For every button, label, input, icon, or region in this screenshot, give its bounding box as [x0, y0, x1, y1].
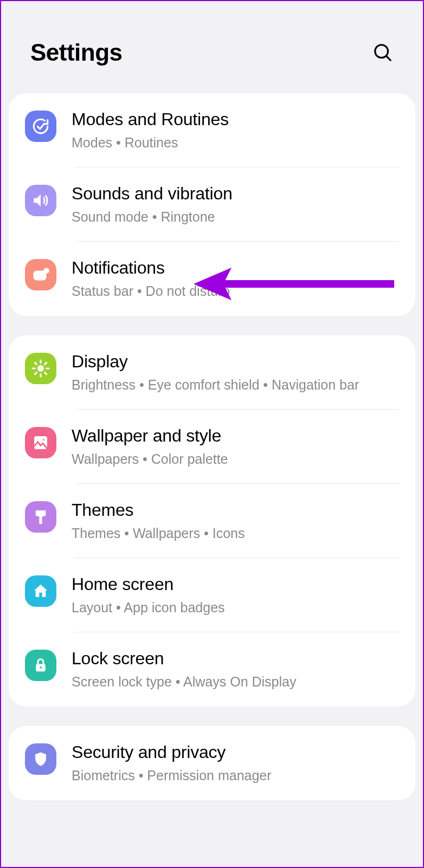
svg-line-12 [45, 362, 47, 364]
row-text: Lock screen Screen lock type • Always On… [72, 647, 399, 691]
row-title: Themes [72, 499, 399, 521]
row-text: Home screen Layout • App icon badges [72, 573, 399, 617]
row-subtitle: Themes • Wallpapers • Icons [72, 524, 399, 543]
modes-icon [25, 111, 56, 142]
settings-item-display[interactable]: Display Brightness • Eye comfort shield … [9, 335, 415, 410]
row-subtitle: Sound mode • Ringtone [72, 208, 399, 226]
sounds-icon [25, 185, 56, 216]
wallpaper-icon [25, 427, 56, 458]
security-icon [25, 743, 56, 775]
svg-line-11 [35, 373, 36, 374]
row-subtitle: Brightness • Eye comfort shield • Naviga… [72, 375, 399, 394]
row-title: Display [72, 351, 399, 372]
row-title: Home screen [72, 573, 399, 595]
svg-point-14 [42, 438, 45, 441]
row-text: Security and privacy Biometrics • Permis… [72, 741, 399, 785]
search-icon [372, 42, 393, 63]
themes-icon [25, 501, 56, 533]
settings-group-1: Modes and Routines Modes • Routines Soun… [9, 93, 415, 316]
svg-line-1 [386, 56, 390, 60]
display-icon [25, 353, 56, 384]
row-subtitle: Biometrics • Permission manager [72, 766, 399, 785]
lock-icon [25, 650, 56, 681]
row-title: Lock screen [72, 647, 399, 669]
svg-point-17 [40, 666, 42, 669]
settings-item-notifications[interactable]: Notifications Status bar • Do not distur… [9, 242, 415, 316]
svg-rect-15 [39, 517, 42, 524]
row-title: Sounds and vibration [72, 183, 399, 204]
svg-line-9 [35, 362, 36, 364]
settings-header: Settings [1, 1, 423, 93]
settings-group-2: Display Brightness • Eye comfort shield … [9, 335, 415, 707]
settings-item-security[interactable]: Security and privacy Biometrics • Permis… [9, 726, 415, 800]
row-text: Notifications Status bar • Do not distur… [72, 257, 399, 301]
svg-point-3 [43, 268, 49, 274]
row-subtitle: Layout • App icon badges [72, 598, 399, 617]
row-subtitle: Screen lock type • Always On Display [72, 672, 399, 691]
page-title: Settings [30, 39, 123, 66]
svg-point-4 [37, 365, 44, 372]
row-text: Wallpaper and style Wallpapers • Color p… [72, 425, 399, 469]
row-title: Security and privacy [72, 741, 399, 763]
settings-item-sounds[interactable]: Sounds and vibration Sound mode • Ringto… [9, 167, 415, 242]
svg-line-10 [45, 373, 47, 374]
row-text: Sounds and vibration Sound mode • Ringto… [72, 183, 399, 226]
row-title: Notifications [72, 257, 399, 278]
row-text: Themes Themes • Wallpapers • Icons [72, 499, 399, 543]
row-title: Wallpaper and style [72, 425, 399, 446]
row-subtitle: Wallpapers • Color palette [72, 450, 399, 469]
search-button[interactable] [372, 42, 394, 63]
settings-item-wallpaper[interactable]: Wallpaper and style Wallpapers • Color p… [9, 410, 415, 484]
row-text: Modes and Routines Modes • Routines [72, 108, 399, 152]
row-title: Modes and Routines [72, 108, 399, 130]
row-text: Display Brightness • Eye comfort shield … [72, 351, 399, 394]
row-subtitle: Modes • Routines [72, 133, 399, 152]
settings-group-3: Security and privacy Biometrics • Permis… [9, 726, 415, 800]
notifications-icon [25, 259, 56, 290]
settings-item-home[interactable]: Home screen Layout • App icon badges [9, 558, 415, 632]
settings-item-themes[interactable]: Themes Themes • Wallpapers • Icons [9, 484, 415, 558]
row-subtitle: Status bar • Do not disturb [72, 282, 399, 301]
settings-item-lock[interactable]: Lock screen Screen lock type • Always On… [9, 632, 415, 707]
home-icon [25, 575, 56, 607]
settings-item-modes[interactable]: Modes and Routines Modes • Routines [9, 93, 415, 167]
